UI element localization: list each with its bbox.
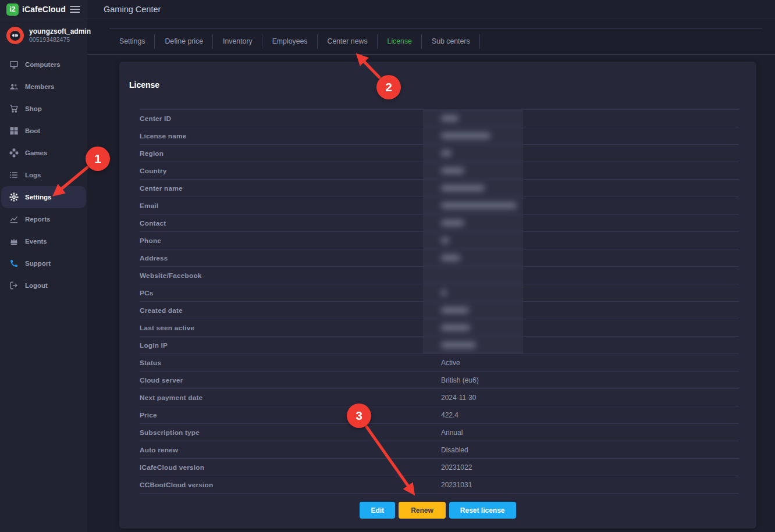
table-row: Auto renewDisabled (140, 441, 739, 459)
table-row: Created date (140, 302, 739, 319)
reports-icon (9, 215, 19, 224)
sidebar-item-boot[interactable]: Boot (0, 120, 87, 142)
sidebar-item-label: Logs (25, 172, 41, 178)
sidebar-item-support[interactable]: Support (0, 252, 87, 274)
table-row: License name (140, 127, 739, 145)
table-row: Email (140, 197, 739, 215)
row-label: Website/Facebook (140, 272, 441, 280)
support-icon (9, 259, 19, 268)
row-label: Center name (140, 184, 441, 192)
sidebar-item-events[interactable]: Events (0, 230, 87, 252)
table-row: Website/Facebook (140, 267, 739, 284)
logo-text: iCafeCloud (22, 5, 66, 14)
sidebar-item-logout[interactable]: Logout (0, 274, 87, 297)
tab-license[interactable]: License (378, 28, 422, 54)
row-label: Cloud server (140, 376, 441, 384)
redacted-value (441, 115, 458, 122)
redacted-value (441, 220, 464, 226)
sidebar-item-label: Computers (25, 61, 61, 68)
table-row: iCafeCloud version20231022 (140, 459, 739, 476)
table-row: Subscription typeAnnual (140, 424, 739, 441)
table-row: Country (140, 162, 739, 180)
events-icon (9, 237, 19, 246)
main-area: Gaming Center SettingsDefine priceInvent… (87, 0, 775, 532)
sidebar-item-label: Reports (25, 216, 50, 223)
table-row: Region (140, 145, 739, 162)
row-label: iCafeCloud version (140, 463, 441, 472)
logs-icon (9, 170, 19, 180)
tab-define-price[interactable]: Define price (155, 28, 213, 54)
sidebar-item-label: Games (25, 149, 47, 156)
logout-icon (9, 281, 19, 290)
row-value: Disabled (441, 446, 468, 454)
redacted-value (441, 185, 485, 191)
computers-icon (9, 60, 19, 69)
actions-row: EditRenewReset license (119, 502, 756, 519)
tab-employees[interactable]: Employees (262, 28, 318, 54)
user-name: youngzsoft_admin (29, 27, 91, 36)
tab-center-news[interactable]: Center news (318, 28, 378, 54)
row-label: Contact (140, 219, 441, 227)
row-label: Phone (140, 237, 441, 245)
row-label: Price (140, 411, 441, 419)
avatar (6, 27, 24, 44)
license-card: License Center IDLicense nameRegionCount… (119, 62, 756, 529)
sidebar-nav: ComputersMembersShopBootGamesLogsSetting… (0, 53, 87, 297)
row-value: British (eu6) (441, 376, 479, 384)
table-row: Login IP (140, 337, 739, 354)
sidebar-item-computers[interactable]: Computers (0, 53, 87, 76)
sidebar-item-logs[interactable]: Logs (0, 164, 87, 186)
tab-sub-centers[interactable]: Sub centers (422, 28, 480, 54)
sidebar-item-games[interactable]: Games (0, 142, 87, 164)
table-row: Next payment date2024-11-30 (140, 389, 739, 406)
redacted-value (441, 150, 452, 156)
logo-icon: i2 (6, 3, 19, 16)
tab-bar: SettingsDefine priceInventoryEmployeesCe… (87, 28, 775, 55)
sidebar-item-label: Members (25, 83, 55, 90)
sidebar-item-shop[interactable]: Shop (0, 98, 87, 120)
row-label: Subscription type (140, 429, 441, 437)
reset-license-button[interactable]: Reset license (449, 502, 516, 519)
row-label: Created date (140, 306, 441, 315)
menu-toggle-icon[interactable] (70, 4, 80, 15)
row-label: Next payment date (140, 394, 441, 402)
row-value: Active (441, 359, 460, 367)
games-icon (9, 148, 19, 158)
renew-button[interactable]: Renew (399, 502, 446, 519)
row-label: Auto renew (140, 446, 441, 454)
sidebar-item-members[interactable]: Members (0, 76, 87, 98)
row-label: Login IP (140, 341, 441, 349)
table-row: Phone (140, 232, 739, 249)
row-label: Address (140, 254, 441, 262)
table-row: Address (140, 249, 739, 267)
sidebar-item-label: Logout (25, 282, 48, 289)
sidebar-item-label: Support (25, 260, 51, 267)
tab-inventory[interactable]: Inventory (213, 28, 262, 54)
row-label: CCBootCloud version (140, 481, 441, 489)
sidebar-item-label: Settings (25, 194, 51, 201)
table-row: Center ID (140, 110, 739, 127)
sidebar-item-label: Boot (25, 127, 40, 134)
table-row: Contact (140, 215, 739, 232)
user-profile: youngzsoft_admin 005193482475 (0, 19, 87, 51)
row-label: PCs (140, 289, 441, 297)
sidebar-item-settings[interactable]: Settings (1, 186, 86, 208)
row-value: 20231022 (441, 463, 472, 472)
table-row: PCs (140, 284, 739, 302)
edit-button[interactable]: Edit (360, 502, 395, 519)
row-label: Region (140, 149, 441, 158)
sidebar-item-reports[interactable]: Reports (0, 208, 87, 230)
license-table: Center IDLicense nameRegionCountryCenter… (140, 109, 739, 494)
row-label: Last seen active (140, 324, 441, 332)
table-row: Center name (140, 180, 739, 197)
row-value: 20231031 (441, 481, 472, 489)
settings-icon (9, 192, 19, 202)
top-bar: Gaming Center (87, 0, 775, 19)
table-row: Last seen active (140, 319, 739, 337)
user-id: 005193482475 (29, 36, 91, 44)
redacted-value (441, 133, 490, 139)
members-icon (9, 82, 19, 91)
sidebar: i2 iCafeCloud youngzsoft_admin 005193482… (0, 0, 87, 532)
redacted-value (441, 255, 460, 261)
tab-settings[interactable]: Settings (109, 28, 155, 54)
